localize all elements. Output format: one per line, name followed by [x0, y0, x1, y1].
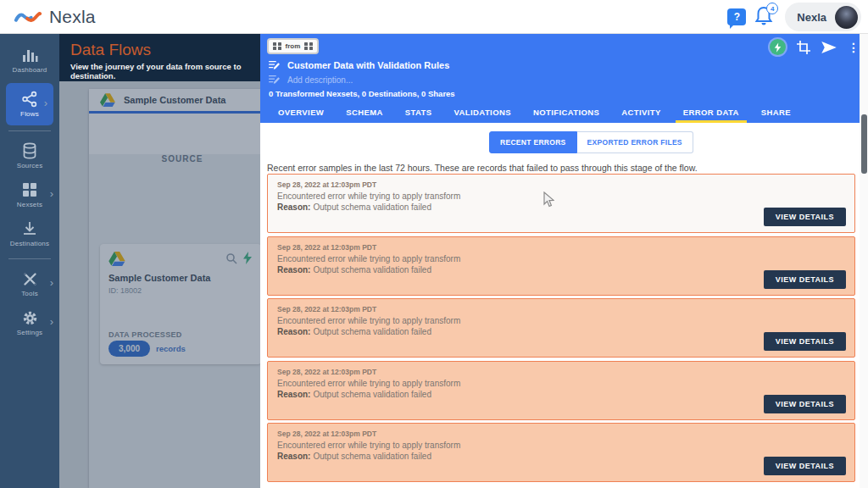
- sidebar-item-label: Flows: [20, 110, 39, 118]
- help-glyph: ?: [734, 11, 740, 23]
- sidebar-item-destinations[interactable]: Destinations: [0, 214, 59, 253]
- sidebar-item-label: Settings: [17, 329, 43, 336]
- nexla-logo[interactable]: Nexla: [0, 7, 96, 27]
- tools-icon: [22, 270, 38, 287]
- bar-chart-icon: [21, 47, 38, 64]
- sidebar-item-flows[interactable]: › Flows: [6, 83, 53, 125]
- page-subtitle: View the journey of your data from sourc…: [70, 62, 260, 80]
- edit-title-icon[interactable]: [269, 60, 281, 70]
- error-reason: Output schema validation failed: [313, 202, 431, 212]
- google-drive-icon: [100, 93, 115, 107]
- sidebar-item-settings[interactable]: › Settings: [0, 303, 59, 342]
- tab-share[interactable]: SHARE: [750, 101, 802, 123]
- activate-button[interactable]: [770, 39, 786, 55]
- flow-card[interactable]: Sample Customer Data SOURCE Sample Custo…: [89, 89, 260, 488]
- sidebar-divider: [8, 258, 51, 259]
- records-word: records: [156, 344, 186, 353]
- chevron-right-icon: ›: [44, 97, 47, 109]
- nexset-detail-header: from ⋮ Customer Data with Validation Rul…: [260, 34, 868, 123]
- help-icon[interactable]: ?: [727, 8, 746, 25]
- notifications-button[interactable]: 4: [754, 5, 776, 29]
- error-card[interactable]: Sep 28, 2022 at 12:03pm PDT Encountered …: [267, 236, 855, 296]
- app-header: Nexla ? 4 Nexla: [0, 0, 868, 34]
- error-view-toggle: RECENT ERRORS EXPORTED ERROR FILES: [489, 131, 693, 153]
- tab-activity[interactable]: ACTIVITY: [610, 101, 671, 123]
- flow-card-header[interactable]: Sample Customer Data: [89, 89, 260, 114]
- magnifier-icon[interactable]: [225, 252, 237, 264]
- account-menu[interactable]: Nexla: [785, 3, 861, 31]
- flow-card-body: SOURCE Sample Customer Data ID: 18002 DA…: [89, 154, 260, 488]
- chevron-right-icon: ›: [50, 315, 53, 328]
- view-details-button[interactable]: VIEW DETAILS: [764, 457, 846, 475]
- recent-errors-button[interactable]: RECENT ERRORS: [489, 131, 577, 153]
- error-timestamp: Sep 28, 2022 at 12:03pm PDT: [277, 430, 845, 438]
- node-title: Sample Customer Data: [108, 273, 253, 283]
- error-card[interactable]: Sep 28, 2022 at 12:03pm PDT Encountered …: [267, 174, 855, 233]
- sidebar-item-sources[interactable]: Sources: [0, 136, 59, 175]
- reason-label: Reason:: [277, 202, 310, 212]
- lightning-icon[interactable]: [242, 252, 253, 264]
- description-placeholder[interactable]: Add description...: [287, 75, 353, 85]
- error-timestamp: Sep 28, 2022 at 12:03pm PDT: [277, 368, 845, 376]
- sidebar-item-nexsets[interactable]: › Nexsets: [0, 175, 59, 214]
- kebab-menu-icon[interactable]: ⋮: [848, 41, 860, 54]
- data-processed-label: DATA PROCESSED: [108, 330, 182, 339]
- database-icon: [22, 142, 37, 159]
- reason-label: Reason:: [277, 265, 310, 274]
- nexla-wave-icon: [14, 7, 42, 27]
- google-drive-icon: [108, 252, 125, 266]
- error-reason: Output schema validation failed: [313, 452, 431, 461]
- sidebar-item-label: Tools: [21, 290, 38, 297]
- notification-badge: 4: [766, 3, 778, 14]
- view-details-button[interactable]: VIEW DETAILS: [764, 395, 846, 413]
- avatar[interactable]: [835, 6, 858, 29]
- exported-error-files-button[interactable]: EXPORTED ERROR FILES: [577, 131, 693, 153]
- source-section-label: SOURCE: [89, 154, 260, 164]
- error-card[interactable]: Sep 28, 2022 at 12:03pm PDT Encountered …: [267, 361, 855, 420]
- scrollbar-thumb[interactable]: [861, 114, 867, 174]
- chevron-right-icon: ›: [50, 187, 53, 200]
- error-message: Encountered error while trying to apply …: [277, 191, 845, 201]
- edit-description-icon[interactable]: [269, 75, 281, 85]
- view-details-button[interactable]: VIEW DETAILS: [764, 270, 846, 289]
- tab-stats[interactable]: STATS: [394, 101, 443, 123]
- sidebar-item-tools[interactable]: › Tools: [0, 264, 59, 303]
- tab-notifications[interactable]: NOTIFICATIONS: [522, 101, 610, 123]
- tab-validations[interactable]: VALIDATIONS: [443, 101, 522, 123]
- error-message: Encountered error while trying to apply …: [277, 441, 845, 450]
- error-card[interactable]: Sep 28, 2022 at 12:03pm PDT Encountered …: [267, 423, 855, 482]
- sidebar-nav: Dashboard › Flows Sources › Nexsets Dest…: [0, 34, 59, 488]
- flows-page-header: Data Flows View the journey of your data…: [59, 34, 260, 81]
- sidebar-item-label: Dashboard: [13, 66, 47, 74]
- sidebar-item-label: Destinations: [10, 240, 49, 247]
- records-count-pill[interactable]: 3,000: [108, 341, 150, 357]
- tab-schema[interactable]: SCHEMA: [335, 101, 394, 123]
- error-reason: Output schema validation failed: [313, 327, 431, 336]
- node-id: ID: 18002: [108, 286, 253, 295]
- chevron-right-icon: ›: [50, 276, 53, 289]
- source-node-card[interactable]: Sample Customer Data ID: 18002 DATA PROC…: [100, 244, 260, 364]
- error-data-content: RECENT ERRORS EXPORTED ERROR FILES Recen…: [260, 123, 860, 488]
- grid-icon: [304, 42, 313, 51]
- lightning-icon: [774, 42, 782, 53]
- account-name: Nexla: [797, 11, 826, 24]
- error-message: Encountered error while trying to apply …: [277, 316, 845, 325]
- nexset-title[interactable]: Customer Data with Validation Rules: [287, 60, 449, 70]
- error-list: Sep 28, 2022 at 12:03pm PDT Encountered …: [267, 174, 855, 485]
- send-icon[interactable]: [821, 42, 837, 53]
- error-timestamp: Sep 28, 2022 at 12:03pm PDT: [277, 305, 845, 313]
- tab-overview[interactable]: OVERVIEW: [267, 101, 335, 123]
- gear-icon: [22, 309, 38, 326]
- view-details-button[interactable]: VIEW DETAILS: [764, 208, 846, 226]
- error-card[interactable]: Sep 28, 2022 at 12:03pm PDT Encountered …: [267, 298, 855, 358]
- sidebar-item-label: Nexsets: [17, 201, 42, 208]
- sidebar-divider: [8, 130, 51, 131]
- error-description-text: Recent error samples in the last 72 hour…: [267, 163, 698, 173]
- error-timestamp: Sep 28, 2022 at 12:03pm PDT: [277, 180, 845, 189]
- from-badge[interactable]: from: [267, 38, 319, 54]
- vertical-scrollbar[interactable]: [860, 34, 868, 488]
- tab-error-data[interactable]: ERROR DATA: [672, 101, 750, 123]
- crop-icon[interactable]: [797, 41, 810, 54]
- sidebar-item-dashboard[interactable]: Dashboard: [0, 41, 59, 80]
- view-details-button[interactable]: VIEW DETAILS: [764, 332, 846, 351]
